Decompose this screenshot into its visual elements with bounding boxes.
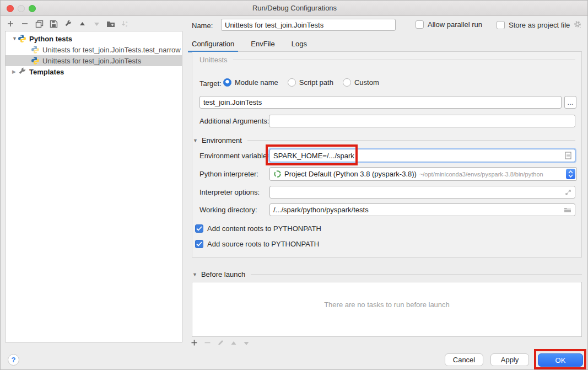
sort-icon: az [121,19,130,28]
allow-parallel-run-checkbox[interactable] [416,20,424,29]
python-interpreter-value: Project Default (Python 3.8 (pyspark-3.8… [284,170,417,178]
apply-button[interactable]: Apply [490,353,529,366]
allow-parallel-run-label: Allow parallel run [428,20,482,29]
radio-custom[interactable]: Custom [343,78,379,87]
environment-variables-input[interactable]: SPARK_HOME=/.../spark [269,149,575,162]
window-title: Run/Debug Configurations [1,4,588,12]
ok-button[interactable]: OK [538,353,583,367]
radio-icon[interactable] [288,78,296,87]
configuration-panel: Unittests Target: Module name Script pat… [192,52,582,258]
tab-label: Configuration [192,40,234,48]
name-value: Unittests for test_join.JoinTests [225,21,323,29]
interpreter-options-label: Interpreter options: [199,188,260,196]
radio-selected-icon[interactable] [223,78,231,87]
tab-configuration[interactable]: Configuration [192,37,234,51]
chevron-down-icon[interactable]: ▼ [193,138,198,143]
run-debug-configurations-dialog: Run/Debug Configurations az ▼ Python tes… [0,0,588,370]
radio-label: Custom [354,78,379,87]
radio-module-name[interactable]: Module name [223,78,278,87]
python-interpreter-select[interactable]: Project Default (Python 3.8 (pyspark-3.8… [269,167,577,181]
target-radio-group: Module name Script path Custom [223,78,389,87]
remove-icon[interactable] [20,19,29,28]
browse-button-label: ... [568,98,574,106]
store-as-project-file-checkbox[interactable] [497,21,505,29]
environment-section-label: Environment [202,136,242,144]
cancel-button[interactable]: Cancel [445,353,483,366]
title-bar: Run/Debug Configurations [1,1,588,16]
tree-item-templates[interactable]: ▶ Templates [6,66,182,77]
target-label: Target: [199,79,222,88]
environment-variables-label: Environment variables: [199,152,272,160]
before-launch-empty-text: There are no tasks to run before launch [192,301,581,309]
radio-script-path[interactable]: Script path [288,78,333,87]
expand-field-icon[interactable] [565,189,571,196]
wrench-icon [18,67,26,76]
tree-item-unittests-jointests[interactable]: Unittests for test_join.JoinTests [6,55,182,66]
before-launch-task-list[interactable]: There are no tasks to run before launch [192,282,582,337]
svg-text:a: a [126,20,128,24]
copy-icon[interactable] [35,19,44,28]
save-icon[interactable] [49,19,58,28]
move-task-down-icon [243,340,250,348]
chevron-down-icon[interactable]: ▼ [12,36,17,41]
move-up-icon[interactable] [78,19,87,28]
working-directory-label: Working directory: [199,206,257,214]
python-icon [31,56,40,65]
tab-logs[interactable]: Logs [292,37,307,51]
tree-item-label: Python tests [29,35,72,43]
tree-item-label: Templates [29,68,64,76]
environment-variables-value: SPARK_HOME=/.../spark [273,152,354,160]
additional-arguments-input[interactable] [269,115,575,127]
environment-section-header[interactable]: ▼ Environment [193,136,575,144]
before-launch-section-header[interactable]: ▼ Before launch [192,270,582,278]
before-launch-label: Before launch [201,270,245,278]
python-interpreter-label: Python interpreter: [199,170,258,178]
add-source-roots-option: Add source roots to PYTHONPATH [195,240,319,248]
name-label: Name: [192,22,213,30]
interpreter-options-input[interactable] [269,186,575,199]
edit-task-icon [217,339,224,348]
cancel-button-label: Cancel [453,356,475,364]
tab-envfile[interactable]: EnvFile [251,37,274,51]
chevron-right-icon[interactable]: ▶ [12,69,17,74]
add-source-roots-checkbox[interactable] [195,240,203,248]
allow-parallel-run-option: Allow parallel run [416,20,482,29]
python-icon [18,34,26,43]
svg-text:z: z [126,24,127,28]
tree-item-python-tests[interactable]: ▼ Python tests [6,33,182,44]
add-source-roots-label: Add source roots to PYTHONPATH [207,240,319,248]
move-down-icon [92,19,101,28]
add-icon[interactable] [6,19,15,28]
add-content-roots-option: Add content roots to PYTHONPATH [195,224,321,233]
help-button[interactable]: ? [8,354,19,366]
python-interpreter-path: ~/opt/miniconda3/envs/pyspark-3.8/bin/py… [419,171,543,178]
python-icon [31,45,40,54]
gear-icon[interactable] [574,20,582,29]
name-input[interactable]: Unittests for test_join.JoinTests [221,19,396,31]
unittests-group-label: Unittests [199,56,228,64]
tree-item-unittests-narrow[interactable]: Unittests for test_join.JoinTests.test_n… [6,44,182,55]
radio-icon[interactable] [343,78,351,87]
add-task-icon[interactable] [191,339,198,348]
working-directory-input[interactable]: /.../spark/python/pyspark/tests [269,203,575,216]
edit-variables-icon[interactable] [565,152,571,159]
add-content-roots-checkbox[interactable] [195,224,203,233]
tree-item-label: Unittests for test_join.JoinTests.test_n… [42,46,181,54]
browse-button[interactable]: ... [564,96,576,109]
chevron-down-icon[interactable]: ▼ [192,272,197,277]
working-directory-value: /.../spark/python/pyspark/tests [273,206,369,214]
radio-label: Module name [235,78,278,87]
tab-label: EnvFile [251,40,274,48]
add-content-roots-label: Add content roots to PYTHONPATH [207,224,321,233]
tab-label: Logs [292,40,307,48]
folder-icon[interactable] [564,207,571,213]
dropdown-stepper-icon[interactable] [566,169,575,179]
move-task-up-icon [230,340,237,348]
new-folder-icon[interactable] [106,19,115,28]
module-name-input[interactable]: test_join.JoinTests [199,96,562,109]
additional-arguments-label: Additional Arguments: [199,117,269,125]
radio-label: Script path [299,78,333,87]
configurations-toolbar: az [6,19,130,29]
edit-templates-icon[interactable] [63,19,72,28]
tab-bar: Configuration EnvFile Logs [192,37,582,52]
